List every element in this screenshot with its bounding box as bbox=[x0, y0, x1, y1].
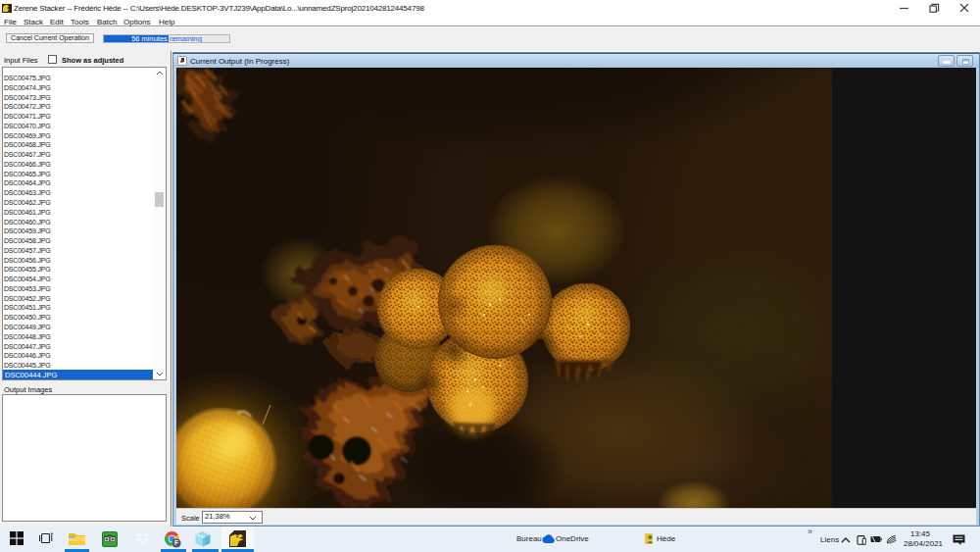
svg-text:F: F bbox=[174, 539, 178, 546]
